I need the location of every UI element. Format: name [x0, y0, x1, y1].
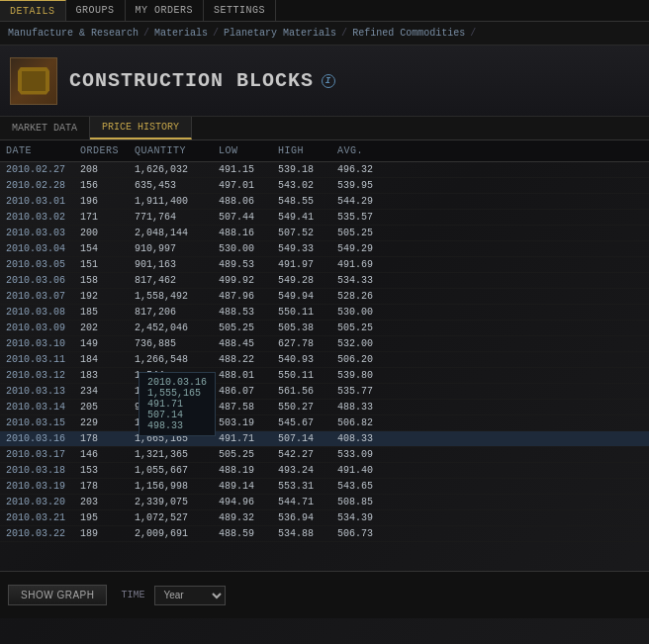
table-row[interactable]: 2010.03.111841,266,548488.22540.93506.20 [0, 352, 649, 368]
table-row[interactable]: 2010.02.28156635,453497.01543.02539.95 [0, 178, 649, 194]
tab-settings[interactable]: Settings [204, 0, 276, 21]
table-row[interactable]: 2010.03.10149736,885488.45627.78532.00 [0, 336, 649, 352]
col-quantity[interactable]: Quantity [129, 143, 213, 158]
item-title: Construction Blocks i [69, 69, 335, 92]
tab-my-orders[interactable]: My Orders [126, 0, 205, 21]
table-row[interactable]: 2010.02.272081,626,032491.15539.18496.32 [0, 162, 649, 178]
breadcrumb-item[interactable]: Materials [154, 28, 208, 39]
col-spacer [391, 143, 649, 158]
item-icon [10, 57, 57, 105]
item-header: Construction Blocks i [0, 46, 649, 117]
table-header: Date Orders Quantity Low High Avg. [0, 140, 649, 162]
col-avg[interactable]: Avg. [331, 143, 391, 158]
tab-details[interactable]: Details [0, 0, 66, 21]
table-row[interactable]: 2010.03.071921,558,492487.96549.94528.26 [0, 289, 649, 305]
breadcrumb-item[interactable]: Refined Commodities [352, 28, 465, 39]
table-row[interactable]: 2010.03.032002,048,144488.16507.52505.25 [0, 226, 649, 241]
tab-market-data[interactable]: Market Data [0, 117, 90, 139]
table-row[interactable]: 2010.03.02171771,764507.44549.41535.57 [0, 210, 649, 226]
table-container: Date Orders Quantity Low High Avg. 2010.… [0, 140, 649, 571]
table-row[interactable]: 2010.03.171461,321,365505.25542.27533.09 [0, 447, 649, 463]
col-low[interactable]: Low [213, 143, 272, 158]
table-row[interactable]: 2010.03.161781,665,165491.71507.14408.33 [0, 431, 649, 447]
breadcrumb: Manufacture & Research / Materials / Pla… [0, 22, 649, 46]
table-row[interactable]: 2010.03.14205929,4..487.58550.27488.33 [0, 400, 649, 415]
col-date[interactable]: Date [0, 143, 74, 158]
table-body[interactable]: 2010.02.272081,626,032491.15539.18496.32… [0, 162, 649, 569]
table-row[interactable]: 2010.03.06158817,462499.92549.28534.33 [0, 273, 649, 289]
table-row[interactable]: 2010.03.04154910,997530.00549.33549.29 [0, 241, 649, 257]
time-label: Time [121, 590, 144, 600]
table-row[interactable]: 2010.03.202032,339,075494.96544.71508.85 [0, 495, 649, 510]
data-tabs: Market Data Price History [0, 117, 649, 140]
tab-groups[interactable]: Groups [66, 0, 126, 21]
table-row[interactable]: 2010.03.132341,313,...486.07561.56535.77 [0, 384, 649, 400]
table-row[interactable]: 2010.03.211951,072,527489.32536.94534.39 [0, 510, 649, 526]
table-row[interactable]: 2010.03.011961,911,400488.06548.55544.29 [0, 194, 649, 210]
table-row[interactable]: 2010.03.121831,544,..488.01550.11539.80 [0, 368, 649, 384]
time-select[interactable]: Year 6 Months 3 Months 1 Month [154, 586, 226, 605]
table-row[interactable]: 2010.03.181531,055,667488.19493.24491.40 [0, 463, 649, 479]
table-row[interactable]: 2010.03.08185817,206488.53550.11530.00 [0, 305, 649, 321]
table-row[interactable]: 2010.03.05151901,163489.53491.97491.69 [0, 257, 649, 273]
breadcrumb-item[interactable]: Planetary Materials [224, 28, 336, 39]
tab-price-history[interactable]: Price History [90, 117, 192, 139]
table-row[interactable]: 2010.03.221892,009,691488.59534.88506.73 [0, 526, 649, 542]
top-tabs: Details Groups My Orders Settings [0, 0, 649, 22]
breadcrumb-item[interactable]: Manufacture & Research [8, 28, 139, 39]
table-row[interactable]: 2010.03.191781,156,998489.14553.31543.65 [0, 479, 649, 495]
table-row[interactable]: 2010.03.092022,452,046505.25505.38505.25 [0, 321, 649, 336]
table-row[interactable]: 2010.03.152291,951,...503.19545.67506.82 [0, 415, 649, 431]
info-icon[interactable]: i [322, 74, 335, 88]
col-orders[interactable]: Orders [74, 143, 129, 158]
bottom-controls: Show Graph Time Year 6 Months 3 Months 1… [0, 571, 649, 618]
col-high[interactable]: High [272, 143, 331, 158]
show-graph-button[interactable]: Show Graph [8, 585, 107, 605]
